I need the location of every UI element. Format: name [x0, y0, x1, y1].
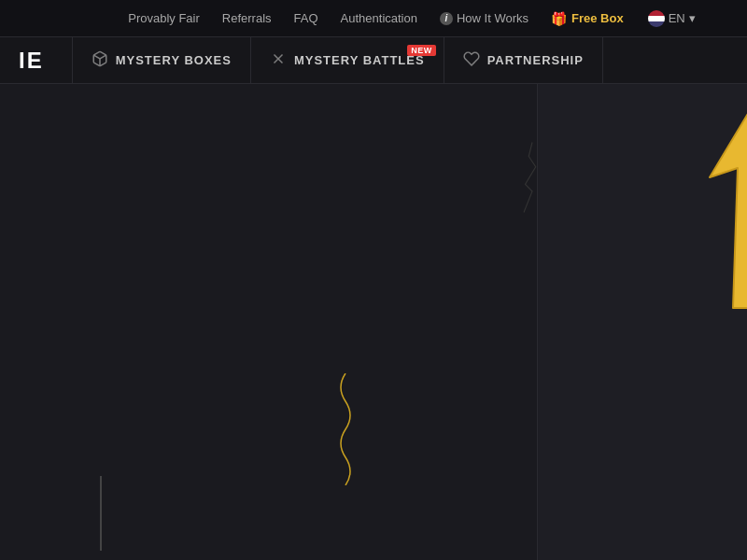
battles-icon	[270, 50, 287, 70]
nav-link-provably-fair[interactable]: Provably Fair	[119, 7, 209, 29]
logo: IE	[9, 48, 53, 74]
top-nav-links: Provably Fair Referrals FAQ Authenticati…	[44, 7, 703, 31]
right-panel	[537, 84, 747, 560]
nav-item-mystery-battles[interactable]: Mystery Battles NEW	[251, 37, 444, 84]
nav-link-faq[interactable]: FAQ	[285, 7, 328, 29]
nav-item-partnership-label: Partnership	[487, 53, 584, 67]
box-icon	[92, 50, 108, 70]
nav-item-partnership[interactable]: Partnership	[444, 37, 603, 84]
vertical-line	[100, 476, 102, 551]
secondary-nav-items: Mystery Boxes Mystery Battles NEW Partne…	[72, 37, 603, 84]
top-nav: Provably Fair Referrals FAQ Authenticati…	[0, 0, 747, 37]
nav-item-mystery-battles-label: Mystery Battles	[294, 53, 425, 67]
gift-icon: 🎁	[551, 11, 567, 26]
nav-link-referrals[interactable]: Referrals	[213, 7, 281, 29]
main-content	[0, 84, 747, 560]
secondary-nav: IE Mystery Boxes Mystery Battles NEW	[0, 37, 747, 84]
flag-icon	[648, 10, 665, 27]
crack-decoration	[518, 140, 546, 215]
nav-link-how-it-works[interactable]: i How It Works	[430, 7, 538, 29]
nav-link-authentication[interactable]: Authentication	[331, 7, 427, 29]
language-selector[interactable]: EN ▾	[641, 7, 703, 31]
squiggle-decoration	[317, 373, 374, 489]
chevron-down-icon: ▾	[689, 11, 696, 25]
info-icon: i	[440, 12, 453, 25]
partnership-icon	[463, 50, 480, 70]
nav-link-free-box[interactable]: 🎁 Free Box	[542, 7, 633, 30]
nav-item-mystery-boxes[interactable]: Mystery Boxes	[72, 37, 251, 84]
nav-item-mystery-boxes-label: Mystery Boxes	[116, 53, 232, 67]
new-badge: NEW	[407, 45, 436, 56]
